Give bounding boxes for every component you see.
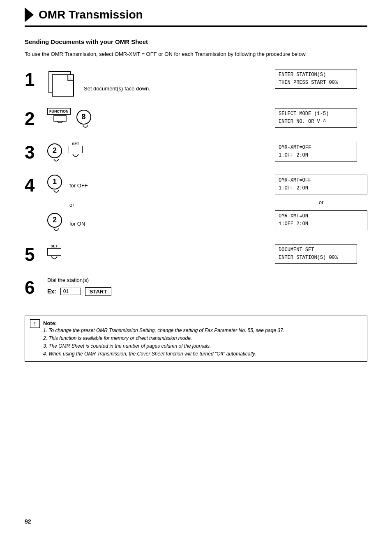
- step-3-display: OMR-XMT=OFF 1:OFF 2:ON: [275, 142, 357, 162]
- step-5-right: DOCUMENT SET ENTER STATION(S) 00%: [275, 244, 367, 264]
- step4-for-on-label: for ON: [69, 221, 85, 227]
- page-number: 92: [25, 518, 31, 525]
- set-button-step5-wrap: SET: [47, 244, 61, 264]
- page: OMR Transmission Sending Documents with …: [0, 0, 392, 533]
- document-icon: [47, 71, 78, 99]
- set-button-step5[interactable]: [47, 248, 61, 256]
- step-6-description: Dial the station(s): [47, 277, 111, 283]
- note-icon: !: [30, 319, 40, 328]
- step-1-display-line2: THEN PRESS START 00%: [279, 79, 353, 87]
- step-5-main: SET DOCUMENT SET ENTER STATION(S) 00%: [47, 244, 367, 264]
- steps-container: 1: [25, 67, 367, 303]
- step-1-number: 1: [25, 71, 47, 89]
- start-button[interactable]: START: [85, 287, 111, 296]
- step-3-number: 3: [25, 143, 47, 162]
- step-1-left: Set document(s) face down.: [47, 69, 267, 99]
- header-triangle-icon: [25, 7, 34, 22]
- step-2-buttons: FUNCTION 8: [47, 108, 95, 133]
- circle-8-button[interactable]: 8: [76, 110, 91, 125]
- note-item-1: 1. To change the preset OMR Transmission…: [43, 327, 284, 335]
- step-2-display: SELECT MODE (1-5) ENTER NO. OR V ^: [275, 108, 357, 128]
- step-4-buttons: 1 for OFF or: [47, 175, 88, 235]
- step-5-display-line2: ENTER STATION(S) 00%: [279, 254, 353, 262]
- step-5-number: 5: [25, 246, 47, 264]
- step-5-display: DOCUMENT SET ENTER STATION(S) 00%: [275, 244, 357, 264]
- function-press-icon: [53, 115, 67, 124]
- step-6-ex-input[interactable]: 01: [60, 288, 81, 295]
- step-4-display-1: OMR-XMT=OFF 1:OFF 2:ON: [275, 175, 367, 194]
- intro-text: To use the OMR Transmission, select OMR-…: [25, 50, 367, 58]
- step-3-display-line2: 1:OFF 2:ON: [279, 152, 353, 159]
- step-4-display-2: OMR-XMT=ON 1:OFF 2:ON: [275, 210, 367, 230]
- step-6-ex-label: Ex:: [47, 288, 56, 295]
- section-title: Sending Documents with your OMR Sheet: [25, 38, 367, 45]
- step4-or-display-text: or: [275, 199, 367, 205]
- step-2: 2 FUNCTION: [25, 106, 367, 135]
- step-3-display-line1: OMR-XMT=OFF: [279, 144, 353, 152]
- step-4-display-1-line1: OMR-XMT=OFF: [279, 177, 364, 185]
- circle-2-step4-button[interactable]: 2: [47, 213, 62, 228]
- function-button[interactable]: FUNCTION: [47, 108, 71, 115]
- page-title: OMR Transmission: [39, 8, 143, 21]
- step-2-display-line1: SELECT MODE (1-5): [279, 110, 353, 118]
- circle-1-button[interactable]: 1: [47, 175, 62, 189]
- step-6-number: 6: [25, 279, 47, 297]
- circle-1-wrap: 1: [47, 175, 65, 197]
- set-button-step3[interactable]: [69, 146, 83, 153]
- step-3-buttons: 2 SET: [47, 142, 83, 166]
- step-4-main: 1 for OFF or: [47, 175, 367, 235]
- step-5-left: SET: [47, 244, 267, 264]
- note-item-3: 3. The OMR Sheet is counted in the numbe…: [43, 342, 284, 350]
- document-svg: [47, 71, 78, 97]
- step-2-main: FUNCTION 8: [47, 108, 367, 133]
- circle-2-step4-wrap: 2: [47, 213, 65, 235]
- note-section: ! Note: 1. To change the preset OMR Tran…: [25, 316, 367, 362]
- set-label-step3: SET: [72, 142, 79, 146]
- circle-2-step3-press-icon: [51, 158, 62, 166]
- step-6-main: Dial the station(s) Ex: 01 START: [47, 277, 367, 296]
- step-5: 5 SET DOCUMENT SET ENTER STATION(S) 00%: [25, 242, 367, 270]
- circle-2-step4-press-icon: [51, 228, 62, 235]
- step4-row-1: 1 for OFF: [47, 175, 88, 197]
- note-item-2: 2. This function is available for memory…: [43, 335, 284, 342]
- step4-row-2: 2 for ON: [47, 213, 88, 235]
- set-press-step5-icon: [47, 256, 61, 264]
- step-4-display-2-line2: 1:OFF 2:ON: [279, 220, 364, 228]
- step-2-left: FUNCTION 8: [47, 108, 267, 133]
- step-4-display-1-line2: 1:OFF 2:ON: [279, 185, 364, 192]
- step-4-display-2-line1: OMR-XMT=ON: [279, 212, 364, 220]
- circle-2-step3-wrap: 2: [47, 143, 65, 166]
- set-press-step3-icon: [69, 153, 83, 162]
- circle-1-press-icon: [51, 189, 62, 197]
- step-2-display-line2: ENTER NO. OR V ^: [279, 118, 353, 126]
- step-3-main: 2 SET: [47, 142, 367, 166]
- step4-for-off-label: for OFF: [69, 182, 88, 189]
- step-2-number: 2: [25, 110, 47, 128]
- step-1-description: Set document(s) face down.: [84, 85, 150, 92]
- step-1-display-line1: ENTER STATION(S): [279, 71, 353, 79]
- step-3: 3 2: [25, 139, 367, 168]
- step4-displays: OMR-XMT=OFF 1:OFF 2:ON or OMR-XMT=ON 1:O…: [275, 175, 367, 231]
- circle-2-step3-button[interactable]: 2: [47, 143, 62, 158]
- function-button-wrap: FUNCTION: [47, 108, 73, 124]
- step-1-display: ENTER STATION(S) THEN PRESS START 00%: [275, 69, 357, 89]
- step-1-main: Set document(s) face down. ENTER STATION…: [47, 69, 367, 99]
- step4-or-text: or: [69, 202, 88, 208]
- step-5-display-line1: DOCUMENT SET: [279, 246, 353, 254]
- step-3-right: OMR-XMT=OFF 1:OFF 2:ON: [275, 142, 367, 162]
- step-6-left: Dial the station(s) Ex: 01 START: [47, 277, 267, 296]
- page-header: OMR Transmission: [25, 0, 367, 27]
- step-3-left: 2 SET: [47, 142, 267, 166]
- set-label-step5: SET: [51, 244, 58, 248]
- step-6-content: Dial the station(s) Ex: 01 START: [47, 277, 111, 296]
- step-2-right: SELECT MODE (1-5) ENTER NO. OR V ^: [275, 108, 367, 128]
- step-4-number: 4: [25, 176, 47, 194]
- note-content: 1. To change the preset OMR Transmission…: [43, 327, 284, 358]
- step-6: 6 Dial the station(s) Ex: 01 START: [25, 275, 367, 303]
- note-item-4: 4. When using the OMR Transmission, the …: [43, 350, 284, 358]
- step-1: 1: [25, 67, 367, 102]
- svg-rect-3: [54, 115, 66, 121]
- circle-8-wrap: 8: [76, 110, 95, 133]
- step-6-ex-row: Ex: 01 START: [47, 287, 111, 296]
- step-4-left: 1 for OFF or: [47, 175, 267, 235]
